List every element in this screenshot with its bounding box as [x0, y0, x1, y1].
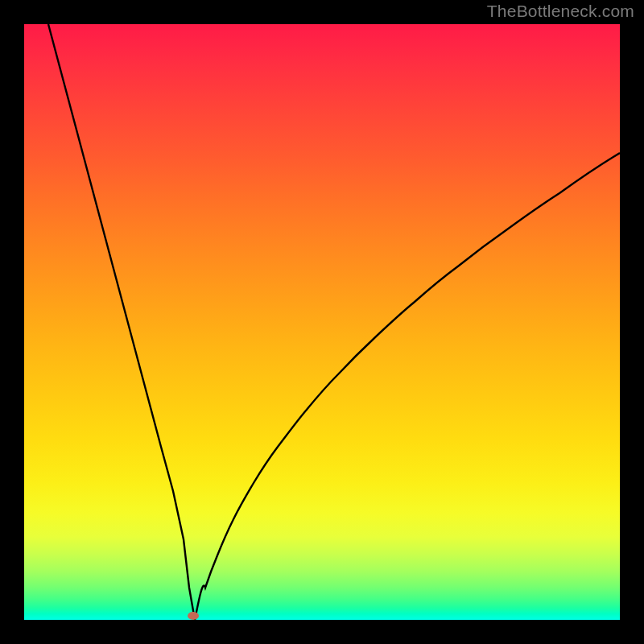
bottleneck-curve [48, 24, 620, 620]
watermark-text: TheBottleneck.com [487, 2, 634, 21]
curve-svg [24, 24, 620, 620]
min-point-marker [188, 612, 199, 620]
plot-area [24, 24, 620, 620]
chart-frame: TheBottleneck.com [0, 0, 644, 644]
